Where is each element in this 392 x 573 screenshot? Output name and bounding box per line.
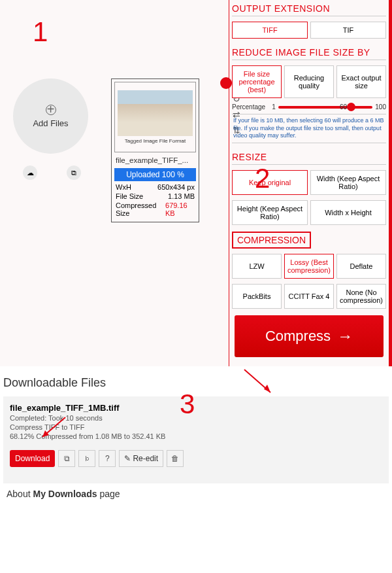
about-bold: My Downloads <box>33 489 97 499</box>
cloud-upload-icon[interactable]: ☁ <box>23 165 37 180</box>
wxh-label: WxH <box>116 183 131 191</box>
wxh-value: 650x434 px <box>157 183 195 191</box>
reduce-opt-exact[interactable]: Exact output size <box>336 65 386 98</box>
plus-icon: + <box>46 105 56 115</box>
about-downloads-link[interactable]: About My Downloads page <box>3 483 389 504</box>
compress-button[interactable]: Compress → <box>235 315 384 357</box>
comp-opt-lzw[interactable]: LZW <box>232 254 282 279</box>
dropbox-icon[interactable]: ⧉ <box>67 165 81 180</box>
upload-status: Uploaded 100 % <box>114 168 196 181</box>
comp-opt-lossy[interactable]: Lossy (Best compression) <box>284 254 334 279</box>
step-marker-1: 1 <box>33 16 48 48</box>
remove-file-button[interactable] <box>220 77 232 89</box>
percentage-label: Percentage <box>232 103 265 111</box>
file-name: file_example_TIFF_... <box>114 152 196 168</box>
about-prefix: About <box>7 489 33 499</box>
file-thumbnail: Tagged Image File Format <box>114 82 196 152</box>
dropbox-save-icon[interactable]: ⧉ <box>58 450 75 467</box>
reduce-opt-quality[interactable]: Reducing quality <box>284 65 334 98</box>
reedit-button[interactable]: ✎Re-edit <box>119 450 163 467</box>
slider-thumb[interactable] <box>347 103 355 111</box>
percentage-slider[interactable] <box>278 106 373 109</box>
step-marker-3: 3 <box>180 389 195 420</box>
arrow-to-compress <box>241 366 280 402</box>
slider-tick-60: 60 <box>340 103 347 111</box>
comp-opt-deflate[interactable]: Deflate <box>336 254 386 279</box>
arrow-to-download <box>36 414 69 445</box>
file-card: Tagged Image File Format file_example_TI… <box>111 78 199 222</box>
slider-tick-max: 100 <box>375 103 386 111</box>
trash-icon[interactable]: 🗑 <box>167 450 184 467</box>
size-value: 1.13 MB <box>168 192 195 200</box>
download-result-box: file_example_TIFF_1MB.tiff Completed: To… <box>3 396 389 483</box>
size-label: File Size <box>116 192 143 200</box>
reduce-help-text: If your file is 10 MB, then selecting 60… <box>232 114 386 143</box>
comp-opt-ccitt[interactable]: CCITT Fax 4 <box>284 284 334 309</box>
about-suffix: page <box>97 489 120 499</box>
comp-value: 679.16 KB <box>165 201 195 217</box>
reduce-header: REDUCE IMAGE FILE SIZE BY <box>232 45 386 60</box>
output-extension-header: OUTPUT EXTENSION <box>232 1 386 16</box>
downloadable-header: Downloadable Files <box>3 376 389 390</box>
result-filename: file_example_TIFF_1MB.tiff <box>10 403 382 413</box>
link-icon[interactable]: 𐓄 <box>78 450 95 467</box>
compress-label: Compress <box>265 328 331 345</box>
resize-opt-height[interactable]: Height (Keep Aspect Ratio) <box>232 200 308 225</box>
comp-opt-none[interactable]: None (No compression) <box>336 284 386 309</box>
comp-label: Compressed Size <box>116 201 165 217</box>
add-files-label: Add Files <box>33 118 68 128</box>
resize-opt-wxh[interactable]: Width x Height <box>310 200 386 225</box>
resize-opt-width[interactable]: Width (Keep Aspect Ratio) <box>310 170 386 195</box>
ext-option-tif[interactable]: TIF <box>310 22 386 39</box>
compression-header: COMPRESSION <box>232 232 311 249</box>
arrow-right-icon: → <box>337 327 353 345</box>
ext-option-tiff[interactable]: TIFF <box>232 22 308 39</box>
help-icon[interactable]: ? <box>99 450 116 467</box>
reduce-opt-percentage[interactable]: File size percentage (best) <box>232 65 282 98</box>
add-files-button[interactable]: + Add Files <box>13 78 88 154</box>
edit-icon: ✎ <box>124 454 131 463</box>
comp-opt-packbits[interactable]: PackBits <box>232 284 282 309</box>
slider-tick-min: 1 <box>272 103 276 111</box>
thumb-caption: Tagged Image File Format <box>125 138 186 144</box>
step-marker-2: 2 <box>255 163 270 194</box>
download-button[interactable]: Download <box>10 450 55 467</box>
reedit-label: Re-edit <box>133 454 158 463</box>
